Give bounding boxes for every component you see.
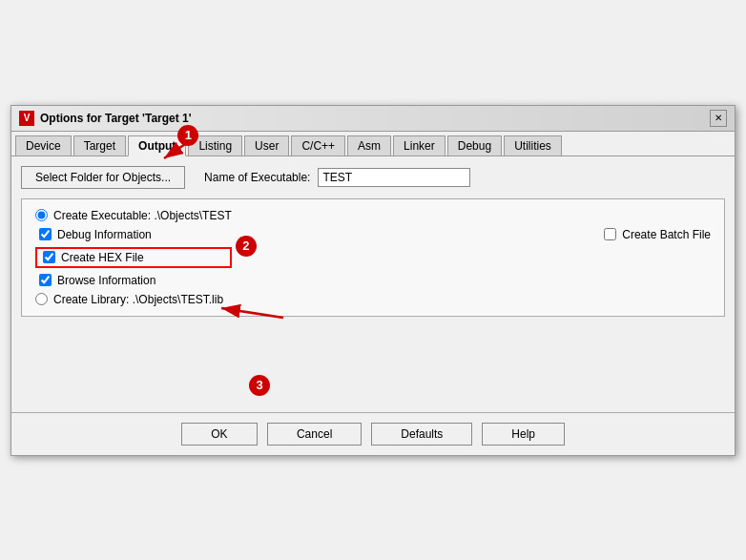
tab-utilities[interactable]: Utilities: [504, 135, 562, 156]
create-batch-row: Create Batch File: [604, 228, 711, 241]
top-controls-row: Select Folder for Objects... Name of Exe…: [21, 166, 725, 189]
name-exe-label: Name of Executable:: [204, 171, 310, 184]
debug-info-label: Debug Information: [57, 228, 152, 241]
create-batch-checkbox[interactable]: [604, 228, 616, 240]
tab-linker[interactable]: Linker: [393, 135, 446, 156]
create-exe-row: Create Executable: .\Objects\TEST: [35, 209, 232, 222]
tab-target[interactable]: Target: [73, 135, 126, 156]
group-left: Create Executable: .\Objects\TEST Debug …: [35, 209, 232, 306]
tab-device[interactable]: Device: [15, 135, 72, 156]
browse-info-row: Browse Information: [35, 274, 232, 287]
help-button[interactable]: Help: [482, 423, 565, 446]
dialog-window: V Options for Target 'Target 1' ✕ Device…: [10, 105, 736, 456]
options-group: Create Executable: .\Objects\TEST Debug …: [21, 198, 725, 317]
select-folder-button[interactable]: Select Folder for Objects...: [21, 166, 185, 189]
create-lib-row: Create Library: .\Objects\TEST.lib: [35, 293, 232, 306]
create-exe-radio[interactable]: [35, 209, 48, 221]
annotation-1: 1: [177, 125, 198, 146]
tab-bar: Device Target Output 1 Listing User C/C+…: [11, 132, 735, 156]
tab-user[interactable]: User: [244, 135, 289, 156]
create-hex-label: Create HEX File: [61, 251, 144, 264]
group-right: Create Batch File: [604, 209, 711, 241]
create-exe-label: Create Executable: .\Objects\TEST: [53, 209, 232, 222]
create-lib-label: Create Library: .\Objects\TEST.lib: [53, 293, 223, 306]
dialog-title: Options for Target 'Target 1': [40, 112, 192, 125]
debug-info-checkbox[interactable]: [39, 228, 52, 240]
create-lib-radio[interactable]: [35, 293, 48, 305]
tab-output[interactable]: Output 1: [128, 135, 186, 156]
name-exe-input[interactable]: [318, 168, 470, 187]
tab-cpp[interactable]: C/C++: [291, 135, 345, 156]
create-hex-checkbox[interactable]: [43, 251, 55, 263]
group-row: Create Executable: .\Objects\TEST Debug …: [35, 209, 711, 306]
close-button[interactable]: ✕: [710, 110, 727, 127]
defaults-button[interactable]: Defaults: [371, 423, 472, 446]
ok-button[interactable]: OK: [181, 423, 258, 446]
browse-info-checkbox[interactable]: [39, 274, 52, 286]
tab-debug[interactable]: Debug: [447, 135, 502, 156]
name-exe-group: Name of Executable:: [204, 168, 725, 187]
annotation-3: 3: [249, 375, 270, 396]
empty-area: [21, 326, 725, 403]
tab-asm[interactable]: Asm: [347, 135, 391, 156]
title-bar: V Options for Target 'Target 1' ✕: [11, 106, 735, 132]
cancel-button[interactable]: Cancel: [267, 423, 362, 446]
annotation-2: 2: [236, 236, 257, 257]
create-hex-row: Create HEX File 2: [35, 247, 232, 268]
tab-content: Select Folder for Objects... Name of Exe…: [11, 156, 735, 412]
create-batch-label: Create Batch File: [622, 228, 711, 241]
debug-info-row: Debug Information: [35, 228, 232, 241]
button-row: 3 OK Cancel Defaults Help: [11, 412, 735, 455]
browse-info-label: Browse Information: [57, 274, 155, 287]
app-icon: V: [19, 111, 34, 126]
